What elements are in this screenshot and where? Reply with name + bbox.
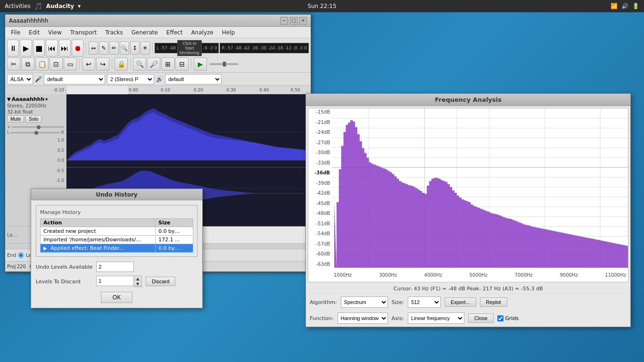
host-select[interactable]: ALSA (7, 74, 33, 84)
spinner-down[interactable]: ▼ (134, 281, 141, 287)
vu-scale-7: -18 (276, 46, 283, 50)
copy-btn[interactable]: ⧉ (21, 58, 34, 71)
next-button[interactable]: ⏭ (59, 40, 71, 57)
function-label: Function: (310, 315, 334, 321)
play-button[interactable]: ▶ (20, 40, 32, 57)
axis-select[interactable]: Linear frequency (408, 313, 464, 324)
replot-button[interactable]: Replot (480, 297, 507, 307)
spinner-arrows[interactable]: ▲ ▼ (134, 276, 142, 287)
audacity-titlebar: Aaaaahhhhhh − □ ✕ (5, 15, 311, 27)
undo-levels-input[interactable] (96, 262, 134, 272)
track-menu-btn[interactable]: ▾ (45, 97, 48, 102)
toolbar-separator (86, 42, 86, 54)
prev-button[interactable]: ⏮ (46, 40, 58, 57)
activities-label[interactable]: Activities (5, 3, 31, 9)
discard-button[interactable]: Discard (146, 277, 175, 286)
monitor-button[interactable]: Click to Start Monitoring (177, 40, 202, 56)
record-button[interactable]: ⏺ (72, 40, 83, 57)
speed-slider-thumb[interactable] (223, 62, 226, 66)
solo-button[interactable]: Solo (25, 115, 41, 123)
history-row-1[interactable]: Imported '/home/james/Downloads/... 172.… (41, 236, 193, 244)
history-row-2[interactable]: ▶ Applied effect: Beat Finder... 0.0 by… (41, 244, 193, 253)
sync-lock-btn[interactable]: 🔒 (115, 58, 128, 71)
select-tool[interactable]: ↔ (89, 41, 98, 55)
scale-n05: -0.5 (7, 168, 64, 173)
menu-generate[interactable]: Generate (128, 28, 162, 37)
track-collapse-btn[interactable]: ▼ (7, 97, 11, 102)
levels-discard-spinner[interactable]: ▲ ▼ (96, 276, 142, 287)
menu-view[interactable]: View (44, 28, 65, 37)
time-shift-tool[interactable]: ↕ (130, 41, 140, 55)
freq-chart-inner (332, 108, 628, 268)
app-dropdown-icon[interactable]: ▾ (78, 3, 81, 9)
mute-button[interactable]: Mute (7, 115, 24, 123)
axis-label: Axis: (392, 315, 405, 321)
menu-transport[interactable]: Transport (66, 28, 100, 37)
minimize-button[interactable]: − (281, 17, 288, 25)
sep6 (191, 58, 191, 70)
cut-btn[interactable]: ✂ (7, 58, 20, 71)
pan-row: L R (7, 130, 64, 135)
menu-help[interactable]: Help (218, 28, 239, 37)
undo-btn[interactable]: ↩ (82, 58, 95, 71)
channels-select[interactable]: 2 (Stereo) P (107, 74, 154, 84)
levels-discard-row: Levels To Discard ▲ ▼ Discard (36, 276, 198, 287)
ok-button[interactable]: OK (101, 292, 132, 303)
zoom-tool[interactable]: 🔍 (120, 41, 129, 55)
volume-thumb[interactable] (37, 125, 41, 129)
speed-slider[interactable] (210, 63, 238, 65)
pause-button[interactable]: ⏸ (7, 40, 19, 57)
menu-analyze[interactable]: Analyze (187, 28, 217, 37)
function-select[interactable]: Hanning window (338, 313, 388, 324)
menu-edit[interactable]: Edit (25, 28, 43, 37)
y-label-2: -24dB (308, 130, 332, 135)
trim-btn[interactable]: ⊡ (50, 58, 63, 71)
maximize-button[interactable]: □ (290, 17, 297, 25)
silence-btn[interactable]: ▭ (64, 58, 77, 71)
input-select[interactable]: default (44, 74, 105, 84)
output-select[interactable]: default (165, 74, 222, 84)
grids-checkbox[interactable] (497, 315, 504, 321)
grids-label: Grids (505, 315, 519, 321)
pan-thumb[interactable] (34, 131, 38, 135)
levels-discard-input[interactable] (96, 276, 134, 286)
arrow-icon: ▶ (43, 246, 47, 251)
algorithm-select[interactable]: Spectrum (341, 296, 388, 308)
freq-x-labels: 1000Hz 3000Hz 4000Hz 5000Hz 7000Hz 9000H… (332, 268, 628, 282)
fit-project-btn[interactable]: ⊟ (175, 58, 189, 71)
scale-0: 0.0 (7, 158, 64, 163)
play-speed-btn[interactable]: ▶ (194, 58, 207, 71)
volume-slider[interactable] (12, 126, 64, 128)
x-label-6: 11000Hz (605, 272, 626, 278)
size-select[interactable]: 512 (408, 296, 441, 308)
zoom-in-btn[interactable]: 🔍 (133, 58, 146, 71)
end-radio[interactable] (18, 252, 24, 258)
fit-sel-btn[interactable]: ⊞ (161, 58, 174, 71)
freq-controls-row2: Function: Hanning window Axis: Linear fr… (306, 311, 630, 327)
export-button[interactable]: Export... (445, 297, 476, 307)
y-label-8: -42dB (308, 190, 332, 196)
draw-tool[interactable]: ✏ (109, 41, 119, 55)
paste-btn[interactable]: 📋 (35, 58, 49, 71)
history-size-2: 0.0 by… (156, 244, 193, 253)
multi-tool[interactable]: ✳ (140, 41, 150, 55)
redo-btn[interactable]: ↪ (96, 58, 109, 71)
envelope-tool[interactable]: ✎ (99, 41, 108, 55)
project-rate-label: Proj (7, 264, 16, 269)
pan-slider[interactable] (10, 132, 60, 133)
close-button[interactable]: ✕ (299, 17, 307, 25)
freq-title: Frequency Analysis (435, 96, 502, 103)
freq-analysis-window: Frequency Analysis -15dB -21dB -24dB -27… (305, 93, 631, 327)
y-label-10: -48dB (308, 211, 332, 216)
menu-effect[interactable]: Effect (163, 28, 187, 37)
history-row-0[interactable]: Created new project 0.0 by… (41, 227, 193, 236)
edit-toolbar: ✂ ⧉ 📋 ⊡ ▭ ↩ ↪ 🔒 🔍 🔎 ⊞ ⊟ ▶ (6, 57, 310, 71)
close-button[interactable]: Close (468, 313, 494, 323)
app-name-label[interactable]: Audacity (46, 3, 74, 9)
menu-file[interactable]: File (7, 28, 24, 37)
spinner-up[interactable]: ▲ (134, 276, 141, 281)
menu-tracks[interactable]: Tracks (101, 28, 127, 37)
vu-scale-8: -9 (203, 46, 207, 50)
zoom-out-btn[interactable]: 🔎 (147, 58, 160, 71)
stop-button[interactable]: ■ (33, 40, 45, 57)
